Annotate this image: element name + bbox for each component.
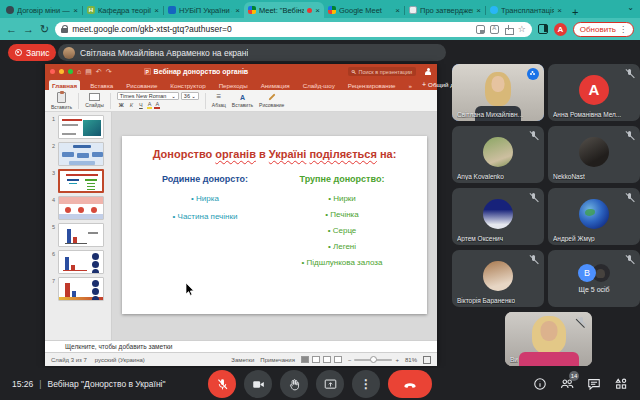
tab-close-icon[interactable]: × xyxy=(395,6,400,15)
drawing-button[interactable]: Рисование xyxy=(259,93,284,108)
maximize-window-button[interactable] xyxy=(68,69,73,74)
font-color-button[interactable]: A xyxy=(154,101,160,109)
participant-tile-artem[interactable]: Артем Оксенич xyxy=(452,188,544,245)
more-options-button[interactable]: ⋮ xyxy=(352,370,380,398)
notes-toggle-button[interactable]: Заметки xyxy=(231,357,254,363)
zoom-in-button[interactable]: + xyxy=(395,357,399,363)
zoom-slider-knob[interactable] xyxy=(370,356,377,363)
slide-thumbnail-1[interactable] xyxy=(58,115,104,139)
bold-button[interactable]: Ж xyxy=(117,101,126,109)
font-size-select[interactable]: 36⌄ xyxy=(181,92,199,100)
raise-hand-button[interactable] xyxy=(280,370,308,398)
slide-sorter-view-button[interactable] xyxy=(312,356,320,363)
bookmark-star-icon[interactable]: ☆ xyxy=(518,24,526,34)
presenting-banner[interactable]: Світлана Михайлівна Авраменко на екрані xyxy=(58,44,446,61)
tab-close-icon[interactable]: × xyxy=(557,6,562,15)
mic-toggle-button[interactable] xyxy=(208,370,236,398)
tab-close-icon[interactable]: × xyxy=(315,6,320,15)
zoom-slider-track[interactable] xyxy=(354,359,392,361)
ribbon-overflow-icon[interactable]: » xyxy=(406,80,415,90)
fit-slide-button[interactable] xyxy=(423,356,431,364)
ribbon-tab-slideshow[interactable]: Слайд-шоу xyxy=(300,80,338,90)
participant-tile-andrey[interactable]: Андрей Жмур xyxy=(548,188,640,245)
slides-button[interactable]: Слайды xyxy=(85,93,104,108)
slide-thumbnail-6[interactable] xyxy=(58,250,104,274)
self-view-tile[interactable]: Ви xyxy=(505,312,592,366)
ribbon-tab-review[interactable]: Рецензирование xyxy=(345,80,399,90)
participant-tile-viktoria[interactable]: Вікторія Бараненко xyxy=(452,250,544,307)
participant-tile-anna[interactable]: A Анна Романівна Мел... xyxy=(548,64,640,121)
activities-button[interactable] xyxy=(614,377,628,391)
minimize-window-button[interactable] xyxy=(59,69,64,74)
ribbon-tab-home[interactable]: Главная xyxy=(49,80,80,90)
side-panel-icon[interactable] xyxy=(538,24,548,34)
ribbon-tab-draw[interactable]: Рисование xyxy=(123,80,160,90)
slide-thumbnail-5[interactable] xyxy=(58,223,104,247)
slide-thumbnail-7[interactable] xyxy=(58,277,104,301)
back-button[interactable]: ← xyxy=(6,24,17,35)
presentation-search-input[interactable]: 🔍︎ Поиск в презентации xyxy=(348,67,416,76)
tab-close-icon[interactable]: × xyxy=(73,6,78,15)
highlight-color-button[interactable]: A xyxy=(147,101,153,109)
notes-pane[interactable]: Щелкните, чтобы добавить заметки xyxy=(45,340,437,352)
ribbon-tab-insert[interactable]: Вставка xyxy=(87,80,116,90)
share-icon[interactable] xyxy=(504,25,513,34)
tab-close-icon[interactable]: × xyxy=(476,6,481,15)
slide-thumbnail-4[interactable] xyxy=(58,196,104,220)
tab-wiki[interactable]: Договір міни — Wik × xyxy=(2,2,82,18)
close-window-button[interactable] xyxy=(50,69,55,74)
present-screen-button[interactable] xyxy=(316,370,344,398)
participant-tile-anya[interactable]: Anya Kovalenko xyxy=(452,126,544,183)
save-icon[interactable]: ▤ xyxy=(85,68,92,75)
tab-googlemeet[interactable]: Google Meet × xyxy=(324,2,404,18)
tab-zatverdzhennya[interactable]: Про затвердження П × xyxy=(405,2,485,18)
translate-icon[interactable] xyxy=(490,25,499,34)
italic-button[interactable]: К xyxy=(128,101,135,109)
underline-button[interactable]: Ч xyxy=(137,101,145,109)
url-text[interactable]: meet.google.com/gkb-xtst-gtq?authuser=0 xyxy=(72,24,471,34)
current-slide[interactable]: Донорство органів в Україні поділяється … xyxy=(122,136,427,314)
account-icon[interactable] xyxy=(424,68,432,76)
tab-nubip[interactable]: НУБіП України - ка × xyxy=(164,2,244,18)
font-name-select[interactable]: Times New Roman⌄ xyxy=(117,92,179,100)
tab-meet-active[interactable]: Meet: "Вебінар " × xyxy=(244,2,324,18)
new-tab-button[interactable]: + xyxy=(572,6,578,18)
language-indicator[interactable]: русский (Украина) xyxy=(95,357,145,363)
camera-toggle-button[interactable] xyxy=(244,370,272,398)
tabs-chevron-icon[interactable]: ⌄ xyxy=(627,3,634,12)
paragraph-button[interactable]: ≡ Абзац xyxy=(212,93,226,108)
meeting-details-button[interactable] xyxy=(533,377,547,391)
ribbon-tab-design[interactable]: Конструктор xyxy=(167,80,208,90)
ribbon-tab-animations[interactable]: Анимация xyxy=(258,80,293,90)
url-bar[interactable]: meet.google.com/gkb-xtst-gtq?authuser=0 … xyxy=(55,22,532,37)
forward-button[interactable]: → xyxy=(23,24,34,35)
tab-transplant[interactable]: Трансплантація - На × xyxy=(486,2,566,18)
reload-icon[interactable]: ↻ xyxy=(40,24,49,35)
slide-thumbnail-2[interactable] xyxy=(58,142,104,166)
home-icon[interactable]: ⌂ xyxy=(77,68,81,75)
tab-close-icon[interactable]: × xyxy=(154,6,159,15)
paste-button[interactable]: Вставить xyxy=(51,92,72,110)
normal-view-button[interactable] xyxy=(301,356,309,363)
update-button[interactable]: Обновить ⋮ xyxy=(573,22,634,37)
chat-button[interactable] xyxy=(587,377,601,391)
pip-icon[interactable] xyxy=(476,25,485,34)
slide-thumbnail-3-selected[interactable] xyxy=(58,169,104,193)
participants-button[interactable]: 14 xyxy=(560,377,574,391)
tab-kafedra[interactable]: H Кафедра теорії та іс × xyxy=(83,2,163,18)
slideshow-view-button[interactable] xyxy=(334,356,342,363)
reading-view-button[interactable] xyxy=(323,356,331,363)
undo-icon[interactable]: ↶ xyxy=(96,68,102,75)
comments-toggle-button[interactable]: Примечания xyxy=(260,357,295,363)
notes-placeholder: Щелкните, чтобы добавить заметки xyxy=(65,343,172,350)
more-participants-tile[interactable]: В Ще 5 осіб xyxy=(548,250,640,307)
ribbon-tab-transitions[interactable]: Переходы xyxy=(216,80,251,90)
tab-close-icon[interactable]: × xyxy=(235,6,240,15)
redo-icon[interactable]: ↷ xyxy=(106,68,112,75)
profile-avatar[interactable]: A xyxy=(554,23,567,36)
end-call-button[interactable] xyxy=(388,370,432,398)
participant-tile-nekkonast[interactable]: NekkoNast xyxy=(548,126,640,183)
insert-button[interactable]: A Вставить xyxy=(232,94,253,108)
zoom-out-button[interactable]: − xyxy=(348,357,352,363)
participant-tile-svitlana[interactable]: Світлана Михайлівн... xyxy=(452,64,544,121)
